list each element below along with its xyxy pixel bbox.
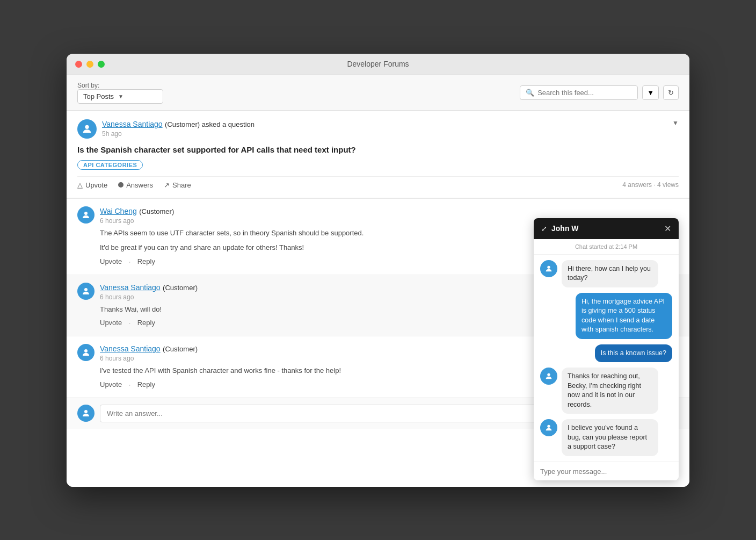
sort-label: Sort by: — [77, 82, 163, 89]
chat-message-3: Is this a known issue? — [540, 344, 672, 363]
post-header: Vanessa Santiago (Customer) asked a ques… — [77, 119, 679, 139]
chat-message-5: I believe you've found a bug, can you pl… — [540, 419, 672, 456]
window-title: Developer Forums — [347, 60, 409, 68]
chat-header-left: ⤢ John W — [541, 224, 579, 233]
search-icon: 🔍 — [526, 89, 534, 97]
answer-1-author-role: (Customer) — [139, 207, 174, 215]
answer-2-avatar — [77, 283, 95, 300]
toolbar: Sort by: Top Posts ▼ 🔍 ▼ ↻ — [67, 75, 689, 111]
answer-1-reply[interactable]: Reply — [137, 257, 155, 267]
answers-dot-icon — [118, 182, 123, 188]
answer-3-avatar — [77, 344, 95, 361]
refresh-icon: ↻ — [668, 89, 674, 97]
post-header-left: Vanessa Santiago (Customer) asked a ques… — [77, 119, 255, 139]
chat-messages: Hi there, how can I help you today? Hi, … — [534, 255, 679, 462]
upvote-button[interactable]: △ Upvote — [77, 181, 107, 189]
svg-point-3 — [84, 349, 88, 352]
question-author-info: Vanessa Santiago (Customer) asked a ques… — [102, 119, 255, 138]
chat-agent-avatar-3 — [540, 419, 557, 436]
close-dot[interactable] — [75, 61, 82, 68]
svg-point-6 — [547, 373, 550, 376]
question-tag[interactable]: API CATEGORIES — [77, 160, 143, 170]
sort-area: Sort by: Top Posts ▼ — [77, 82, 163, 104]
refresh-button[interactable]: ↻ — [663, 85, 679, 100]
titlebar: Developer Forums — [67, 54, 689, 75]
answers-meta: 4 answers · 4 views — [622, 181, 679, 189]
chat-input[interactable] — [540, 467, 672, 476]
chat-header: ⤢ John W ✕ — [534, 218, 679, 239]
answer-1-author-meta: Wai Cheng (Customer) — [100, 206, 174, 216]
upvote-icon: △ — [77, 181, 83, 189]
answer-3-timestamp: 6 hours ago — [100, 355, 198, 362]
question-author-name[interactable]: Vanessa Santiago — [102, 120, 163, 128]
svg-point-0 — [85, 125, 89, 128]
sort-value: Top Posts — [83, 92, 114, 100]
chat-msg-text-5: I believe you've found a bug, can you pl… — [562, 419, 658, 456]
search-box: 🔍 — [520, 85, 638, 100]
answer-2-timestamp: 6 hours ago — [100, 293, 198, 301]
chat-started-label: Chat started at 2:14 PM — [534, 239, 679, 255]
answer-2-author-meta: Vanessa Santiago (Customer) — [100, 283, 198, 292]
answer-1-author: Wai Cheng (Customer) 6 hours ago — [100, 206, 174, 225]
expand-icon[interactable]: ⤢ — [541, 225, 547, 233]
chat-message-1: Hi there, how can I help you today? — [540, 260, 672, 287]
chat-msg-text-4: Thanks for reaching out, Becky, I'm chec… — [562, 368, 658, 414]
question-author-role: (Customer) asked a question — [165, 120, 255, 128]
answer-2-reply[interactable]: Reply — [137, 319, 155, 328]
search-input[interactable] — [537, 89, 632, 97]
answer-3-author-meta: Vanessa Santiago (Customer) — [100, 344, 198, 354]
maximize-dot[interactable] — [98, 61, 105, 68]
answer-1-avatar — [77, 206, 95, 224]
answer-3-author: Vanessa Santiago (Customer) 6 hours ago — [100, 344, 198, 362]
question-block: Vanessa Santiago (Customer) asked a ques… — [67, 111, 689, 198]
svg-point-5 — [547, 265, 550, 268]
chat-message-4: Thanks for reaching out, Becky, I'm chec… — [540, 368, 672, 414]
chat-msg-text-3: Is this a known issue? — [595, 344, 672, 363]
search-area: 🔍 ▼ ↻ — [520, 85, 679, 100]
answers-button[interactable]: Answers — [118, 181, 153, 189]
chat-widget: ⤢ John W ✕ Chat started at 2:14 PM Hi th… — [534, 218, 679, 480]
app-window: Developer Forums Sort by: Top Posts ▼ 🔍 … — [67, 54, 689, 487]
chat-msg-text-2: Hi, the mortgage advice API is giving me… — [576, 293, 672, 339]
traffic-lights — [75, 61, 105, 68]
question-dropdown-icon[interactable]: ▼ — [672, 119, 679, 127]
answer-2-upvote[interactable]: Upvote — [100, 319, 122, 328]
question-author-avatar — [77, 119, 97, 139]
filter-icon: ▼ — [647, 89, 654, 97]
minimize-dot[interactable] — [86, 61, 93, 68]
svg-point-2 — [84, 288, 88, 291]
answer-3-upvote[interactable]: Upvote — [100, 380, 122, 390]
share-icon: ↗ — [164, 181, 170, 189]
chat-message-2: Hi, the mortgage advice API is giving me… — [540, 293, 672, 339]
question-actions-row: △ Upvote Answers ↗ Share 4 answers · 4 v… — [77, 176, 679, 189]
content-area: Vanessa Santiago (Customer) asked a ques… — [67, 111, 689, 487]
svg-point-1 — [84, 212, 88, 215]
chat-agent-avatar-2 — [540, 368, 557, 385]
answer-3-author-role: (Customer) — [163, 345, 198, 353]
answer-3-reply[interactable]: Reply — [137, 380, 155, 390]
question-timestamp: 5h ago — [102, 130, 255, 138]
answer-1-timestamp: 6 hours ago — [100, 217, 174, 225]
question-action-btns: △ Upvote Answers ↗ Share — [77, 181, 191, 189]
svg-point-7 — [547, 425, 550, 428]
svg-point-4 — [84, 410, 88, 413]
answer-3-author-name[interactable]: Vanessa Santiago — [100, 344, 161, 353]
answer-2-author-role: (Customer) — [163, 284, 198, 292]
chevron-down-icon: ▼ — [118, 93, 123, 99]
filter-button[interactable]: ▼ — [642, 85, 659, 100]
chat-close-button[interactable]: ✕ — [664, 224, 671, 234]
answer-2-author: Vanessa Santiago (Customer) 6 hours ago — [100, 283, 198, 301]
sort-dropdown[interactable]: Top Posts ▼ — [77, 89, 163, 104]
share-label: Share — [172, 181, 191, 189]
share-button[interactable]: ↗ Share — [164, 181, 191, 189]
upvote-label: Upvote — [85, 181, 107, 189]
chat-title: John W — [551, 224, 579, 233]
answer-1-author-name[interactable]: Wai Cheng — [100, 207, 137, 215]
chat-input-bar — [534, 462, 679, 480]
answers-label: Answers — [126, 181, 153, 189]
write-answer-avatar — [77, 405, 95, 422]
question-title: Is the Spanish character set supported f… — [77, 145, 679, 154]
answer-1-upvote[interactable]: Upvote — [100, 257, 122, 267]
answer-2-author-name[interactable]: Vanessa Santiago — [100, 283, 161, 292]
chat-msg-text-1: Hi there, how can I help you today? — [562, 260, 658, 287]
